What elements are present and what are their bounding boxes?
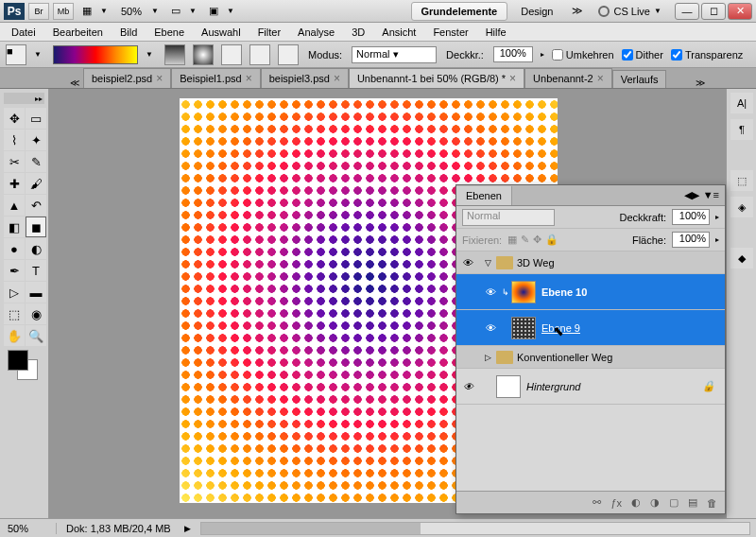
deckkraft-input[interactable]: 100% (672, 209, 710, 225)
move-tool[interactable]: ✥ (4, 108, 25, 129)
close-button[interactable]: ✕ (728, 3, 752, 20)
doc-tab[interactable]: beispiel3.psd× (261, 68, 349, 88)
gradient-reflected[interactable] (249, 44, 270, 65)
layer-group[interactable]: ▷ Konventioneller Weg (456, 346, 725, 369)
path-select-tool[interactable]: ▷ (4, 282, 25, 303)
menu-analyse[interactable]: Analyse (290, 25, 342, 40)
menu-ebene[interactable]: Ebene (146, 25, 192, 40)
flaeche-input[interactable]: 100% (672, 232, 710, 248)
type-tool[interactable]: T (26, 260, 46, 281)
current-tool-icon[interactable]: ■ (6, 44, 26, 65)
eyedropper-tool[interactable]: ✎ (26, 151, 46, 172)
menu-auswahl[interactable]: Auswahl (194, 25, 249, 40)
menu-bild[interactable]: Bild (112, 25, 145, 40)
blend-mode-select[interactable]: Normal (462, 209, 555, 226)
marquee-tool[interactable]: ▭ (26, 108, 46, 129)
pen-tool[interactable]: ✒ (4, 260, 25, 281)
3d-panel-icon-2[interactable]: ◈ (730, 197, 753, 217)
arrange-icon[interactable]: ▦ (77, 3, 96, 20)
tool-preset-dropdown[interactable]: ▼ (34, 50, 45, 59)
doc-tab[interactable]: Verlaufs (612, 70, 667, 88)
status-arrow[interactable]: ▶ (180, 524, 195, 533)
menu-ansicht[interactable]: Ansicht (374, 25, 423, 40)
tab-close-icon[interactable]: × (334, 72, 340, 85)
doc-tab[interactable]: Beispiel1.psd× (171, 68, 260, 88)
bridge-button[interactable]: Br (28, 3, 49, 20)
horizontal-scrollbar[interactable] (200, 522, 750, 535)
expand-icon[interactable]: ▽ (479, 258, 496, 268)
arrange-dropdown[interactable]: ▼ (100, 7, 112, 15)
dither-checkbox[interactable]: Dither (622, 49, 663, 61)
workspace-design[interactable]: Design (511, 3, 562, 20)
tabs-prev[interactable]: ≪ (66, 78, 83, 88)
group-name[interactable]: Konventioneller Weg (517, 352, 725, 363)
lasso-tool[interactable]: ⌇ (4, 130, 25, 150)
layer-row-selected[interactable]: 👁 ↳ Ebene 10 (456, 274, 725, 310)
gradient-dropdown[interactable]: ▼ (146, 50, 157, 59)
fx-icon[interactable]: ƒx (610, 497, 622, 509)
tab-close-icon[interactable]: × (156, 72, 163, 85)
layer-name[interactable]: Ebene 9 (541, 322, 725, 334)
history-brush-tool[interactable]: ↶ (26, 195, 46, 216)
camera-tool[interactable]: ◉ (26, 303, 46, 324)
hand-tool[interactable]: ✋ (4, 325, 25, 346)
maximize-button[interactable]: ◻ (701, 3, 726, 20)
zoom-level[interactable]: 50% (115, 6, 147, 17)
zoom-tool[interactable]: 🔍 (26, 325, 46, 346)
lock-transparency-icon[interactable]: ▦ (507, 234, 517, 246)
visibility-icon[interactable]: 👁 (486, 322, 496, 334)
tab-close-icon[interactable]: × (246, 72, 252, 85)
layer-group[interactable]: 👁 ▽ 3D Weg (456, 251, 725, 274)
transparenz-checkbox[interactable]: Transparenz (671, 49, 743, 61)
layer-thumbnail[interactable] (511, 317, 536, 339)
gradient-angle[interactable] (221, 44, 242, 65)
visibility-icon[interactable]: 👁 (486, 286, 496, 298)
minibridge-button[interactable]: Mb (53, 3, 74, 20)
view-dropdown[interactable]: ▼ (189, 7, 200, 15)
expand-icon[interactable]: ▷ (479, 353, 496, 362)
layer-name[interactable]: Ebene 10 (541, 286, 725, 298)
gradient-diamond[interactable] (278, 44, 299, 65)
menu-hilfe[interactable]: Hilfe (478, 25, 514, 40)
flaeche-arrow[interactable]: ▸ (715, 235, 719, 244)
delete-layer-icon[interactable]: 🗑 (707, 497, 717, 509)
type-panel-icon[interactable]: A| (730, 93, 753, 113)
layers-tab[interactable]: Ebenen (456, 186, 512, 205)
lock-all-icon[interactable]: 🔒 (545, 234, 558, 246)
menu-bearbeiten[interactable]: Bearbeiten (45, 25, 111, 40)
doc-tab[interactable]: beispiel2.psd× (83, 68, 171, 88)
crop-tool[interactable]: ✂ (4, 151, 25, 172)
panel-menu-icon[interactable]: ▼≡ (703, 189, 719, 201)
doc-tab-active[interactable]: Unbenannt-1 bei 50% (RGB/8) *× (349, 68, 524, 88)
stamp-tool[interactable]: ▲ (4, 195, 25, 216)
menu-fenster[interactable]: Fenster (425, 25, 475, 40)
mask-icon[interactable]: ◐ (631, 496, 641, 509)
screen-icon[interactable]: ▣ (204, 3, 223, 20)
toolbox-collapse[interactable]: ▸▸ (33, 95, 44, 103)
gradient-tool[interactable]: ◼ (26, 217, 46, 237)
3d-tool[interactable]: ⬚ (4, 303, 25, 324)
background-layer[interactable]: 👁 Hintergrund 🔒 (456, 369, 725, 405)
workspace-more[interactable]: ≫ (566, 5, 589, 17)
layers-panel-icon[interactable]: ◆ (730, 248, 753, 268)
visibility-icon[interactable]: 👁 (463, 257, 473, 268)
menu-3d[interactable]: 3D (344, 25, 372, 40)
status-zoom[interactable]: 50% (0, 523, 57, 534)
screen-dropdown[interactable]: ▼ (227, 7, 238, 15)
paragraph-panel-icon[interactable]: ¶ (730, 119, 753, 140)
group-name[interactable]: 3D Weg (517, 257, 725, 268)
wand-tool[interactable]: ✦ (26, 130, 46, 150)
zoom-dropdown[interactable]: ▼ (151, 7, 163, 15)
brush-tool[interactable]: 🖌 (26, 173, 46, 194)
scroll-thumb[interactable] (201, 523, 421, 534)
cs-live-button[interactable]: CS Live ▼ (593, 6, 671, 17)
eraser-tool[interactable]: ◧ (4, 217, 25, 237)
layer-row-selected[interactable]: 👁 Ebene 9 (456, 310, 725, 346)
lock-position-icon[interactable]: ✥ (533, 234, 541, 246)
tab-close-icon[interactable]: × (509, 72, 516, 85)
opacity-arrow[interactable]: ▸ (541, 50, 544, 59)
link-layers-icon[interactable]: ⚯ (593, 496, 601, 509)
tab-close-icon[interactable]: × (597, 72, 604, 85)
layer-thumbnail[interactable] (496, 375, 521, 398)
foreground-color[interactable] (8, 350, 28, 371)
